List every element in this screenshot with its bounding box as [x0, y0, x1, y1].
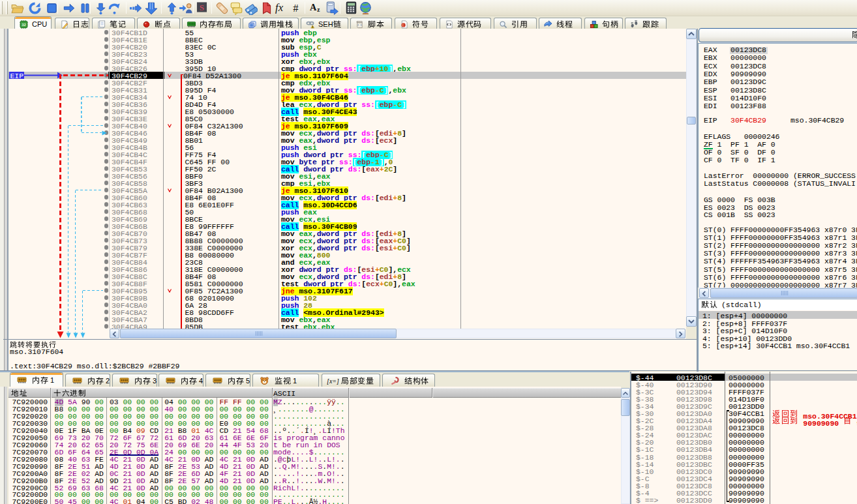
svg-text:S: S: [200, 3, 204, 12]
svg-text:z: z: [317, 7, 320, 13]
svg-text:A: A: [310, 2, 317, 12]
svg-text:fx: fx: [275, 1, 284, 14]
svg-text:32: 32: [22, 23, 26, 27]
svg-text:#: #: [293, 2, 298, 14]
